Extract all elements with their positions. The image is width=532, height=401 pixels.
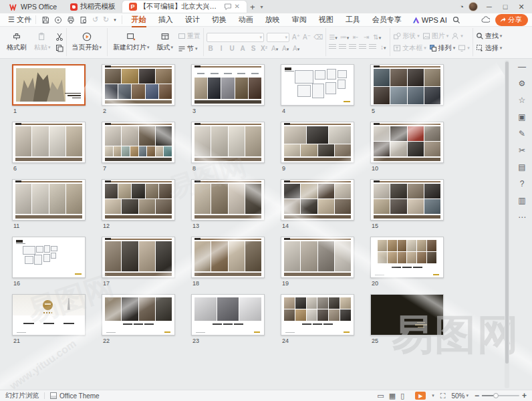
vertical-scrollbar[interactable]: [505, 60, 509, 388]
close-button[interactable]: ✕: [513, 0, 529, 13]
normal-view[interactable]: ▭: [377, 392, 384, 400]
slide-thumbnail-3[interactable]: [191, 64, 265, 106]
slide-thumbnail-6[interactable]: [12, 122, 86, 163]
menu-tab-视图[interactable]: 视图: [313, 13, 339, 27]
share-button[interactable]: 分享: [495, 14, 528, 26]
slide-thumbnail-25[interactable]: [370, 294, 444, 336]
favorites-icon[interactable]: ☆: [519, 96, 526, 104]
tab-list-caret-icon[interactable]: ▾: [259, 4, 265, 10]
format-painter-button[interactable]: 格式刷: [4, 31, 29, 53]
underline-icon[interactable]: U: [228, 45, 236, 52]
edit-icon[interactable]: ✎: [519, 130, 525, 138]
highlight-icon[interactable]: A▾: [281, 45, 289, 52]
slideshow-play-button[interactable]: ▶: [415, 392, 426, 400]
line-spacing-icon[interactable]: ↕▾: [379, 43, 387, 51]
wps-ai-button[interactable]: WPS AI: [412, 16, 447, 24]
play-from-current-button[interactable]: 当页开始▾: [70, 31, 105, 53]
print-preview-icon[interactable]: [80, 16, 88, 24]
scrollbar-thumb[interactable]: [505, 61, 509, 364]
increase-indent-icon[interactable]: ⇥: [362, 33, 370, 41]
menu-tab-开始[interactable]: 开始: [126, 13, 152, 27]
feedback-icon[interactable]: ▥: [518, 196, 525, 205]
search-icon[interactable]: [452, 16, 460, 24]
settings-icon[interactable]: ⚙: [519, 80, 526, 88]
redo-icon[interactable]: ↻: [103, 15, 109, 24]
panels-icon[interactable]: ▣: [518, 113, 525, 121]
copy-icon[interactable]: [55, 44, 63, 52]
font-size-combobox[interactable]: ▾: [267, 33, 289, 42]
new-slide-button[interactable]: 新建幻灯片▾: [110, 31, 152, 53]
slide-thumbnail-19[interactable]: [281, 237, 354, 278]
slide-thumbnail-16[interactable]: [12, 237, 86, 278]
menu-tab-放映[interactable]: 放映: [260, 13, 285, 27]
minimize-button[interactable]: ─: [481, 0, 497, 13]
decrease-font-icon[interactable]: A⁻: [303, 33, 311, 41]
slide-thumbnail-5[interactable]: [370, 64, 444, 106]
distribute-icon[interactable]: [369, 44, 376, 50]
menu-tab-插入[interactable]: 插入: [153, 13, 178, 27]
media-button[interactable]: ▾: [458, 44, 470, 52]
italic-icon[interactable]: I: [217, 45, 225, 52]
shadow-icon[interactable]: S: [249, 45, 257, 52]
increase-font-icon[interactable]: A⁺: [292, 33, 300, 41]
zoom-slider[interactable]: − +: [475, 391, 527, 400]
slide-thumbnail-21[interactable]: [12, 294, 86, 336]
menu-tab-设计[interactable]: 设计: [180, 13, 205, 27]
justify-icon[interactable]: [359, 44, 366, 50]
select-button[interactable]: 选择▾: [476, 43, 503, 53]
slide-thumbnail-12[interactable]: [102, 179, 175, 221]
menu-tab-会员专享[interactable]: 会员专享: [367, 13, 407, 27]
slide-thumbnail-2[interactable]: [102, 64, 175, 106]
print-icon[interactable]: [67, 16, 75, 24]
superscript-icon[interactable]: X²: [260, 45, 268, 52]
app-tab-wps[interactable]: WPS Office: [3, 1, 63, 13]
file-menu-button[interactable]: ☰ 文件: [4, 15, 35, 25]
zoom-in-button[interactable]: +: [522, 391, 527, 400]
align-right-icon[interactable]: [349, 44, 356, 50]
more-icon[interactable]: ⋯: [518, 213, 526, 221]
bullets-icon[interactable]: ☰▾: [329, 33, 337, 41]
user-avatar[interactable]: [469, 2, 478, 11]
slide-layout-button[interactable]: 版式▾: [154, 31, 176, 53]
menu-tab-审阅[interactable]: 审阅: [287, 13, 312, 27]
slide-thumbnail-7[interactable]: [102, 122, 175, 163]
tools-icon[interactable]: ✂: [519, 146, 525, 154]
paste-button[interactable]: 粘贴▾: [31, 31, 53, 53]
find-button[interactable]: 查找▾: [476, 31, 503, 41]
align-center-icon[interactable]: [339, 44, 346, 50]
slide-thumbnail-13[interactable]: [191, 179, 265, 221]
close-document-icon[interactable]: ✕: [235, 3, 240, 10]
align-left-icon[interactable]: [329, 44, 336, 50]
slide-thumbnail-11[interactable]: [12, 179, 86, 221]
slide-thumbnail-10[interactable]: [370, 122, 444, 163]
slide-thumbnail-8[interactable]: [191, 122, 265, 163]
network-status-icon[interactable]: ◔: [459, 3, 464, 11]
save-icon[interactable]: [41, 16, 49, 24]
reading-view[interactable]: ▯: [400, 392, 404, 400]
collapse-icon[interactable]: —: [518, 63, 526, 71]
cloud-sync-icon[interactable]: [481, 16, 490, 23]
zoom-out-button[interactable]: −: [475, 391, 479, 400]
font-color-icon[interactable]: A▾: [271, 45, 279, 52]
fit-to-window-icon[interactable]: ⛶: [440, 392, 446, 400]
decrease-indent-icon[interactable]: ⇤: [352, 33, 360, 41]
text-direction-icon[interactable]: ⇅▾: [373, 33, 381, 41]
picture-button[interactable]: 图片▾: [422, 31, 449, 41]
undo-icon[interactable]: ↺: [92, 15, 98, 24]
slide-thumbnail-9[interactable]: [281, 122, 354, 163]
section-button[interactable]: 节▾: [178, 44, 201, 53]
theme-selector[interactable]: Office Theme: [50, 392, 100, 400]
slide-thumbnail-24[interactable]: [281, 294, 354, 336]
slide-thumbnail-15[interactable]: [370, 179, 444, 221]
qat-caret-icon[interactable]: ▾: [114, 17, 116, 23]
help-icon[interactable]: ?: [520, 180, 525, 188]
slide-thumbnail-4[interactable]: [281, 64, 354, 106]
slide-thumbnail-14[interactable]: [281, 179, 354, 221]
menu-tab-工具[interactable]: 工具: [340, 13, 366, 27]
strikethrough-icon[interactable]: A: [239, 45, 247, 52]
slide-thumbnail-22[interactable]: [102, 294, 175, 336]
clear-format-icon[interactable]: ⌫: [313, 33, 323, 41]
export-pdf-icon[interactable]: [54, 16, 62, 24]
sorter-view[interactable]: ▦: [389, 392, 396, 400]
reference-icon[interactable]: ▤: [518, 163, 525, 171]
